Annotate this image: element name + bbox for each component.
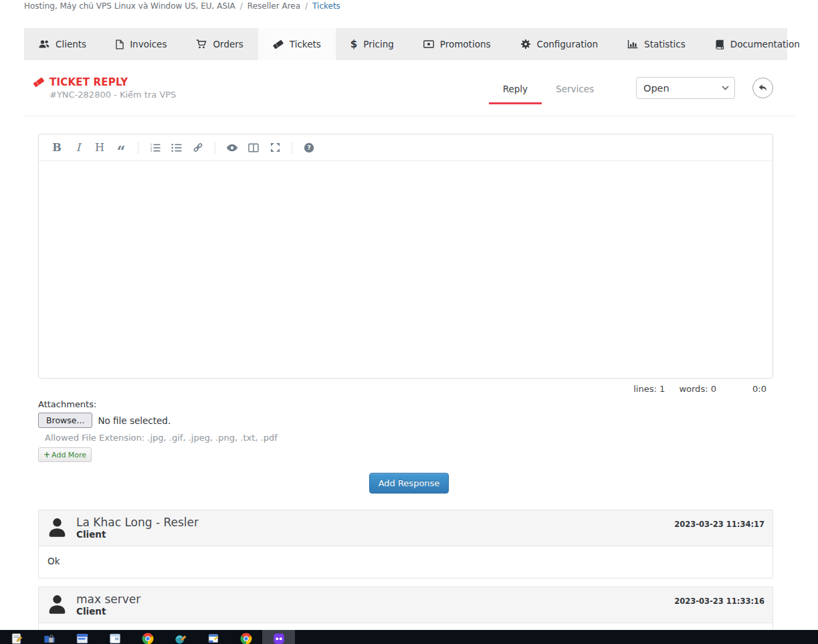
tab-clients[interactable]: Clients (24, 28, 101, 60)
reply-services-tabs: Reply Services (489, 81, 608, 104)
user-avatar-icon (47, 593, 68, 614)
breadcrumb-item-reseller-area[interactable]: Reseller Area (247, 1, 300, 11)
tab-invoices[interactable]: Invoices (101, 28, 181, 60)
file-icon (116, 39, 124, 49)
ticket-status-select[interactable]: Open (636, 77, 735, 99)
users-icon (39, 39, 49, 49)
preview-button[interactable] (222, 138, 242, 158)
tab-label: Pricing (363, 39, 394, 49)
book-icon (715, 39, 724, 49)
quote-button[interactable]: “ (111, 138, 131, 158)
breadcrumb-separator: / (240, 1, 243, 11)
breadcrumb-item-tickets[interactable]: Tickets (312, 1, 340, 11)
fullscreen-icon (270, 142, 280, 152)
ticket-title-block: TICKET REPLY #YNC-282800 - Kiểm tra VPS (33, 76, 176, 100)
add-more-button[interactable]: +Add More (38, 447, 92, 462)
taskbar-folder-lock[interactable] (33, 630, 66, 644)
tab-pricing[interactable]: $ Pricing (336, 28, 409, 60)
chrome-icon (142, 633, 154, 644)
ordered-list-icon: 123 (150, 143, 161, 152)
shortcut-window-icon (207, 633, 219, 644)
replies-list: La Khac Long - Resler Client 2023-03-23 … (38, 510, 773, 644)
cart-icon (196, 39, 207, 49)
taskbar-shortcut-window[interactable] (197, 630, 229, 644)
folder-lock-icon (43, 633, 56, 644)
back-reply-button[interactable] (752, 78, 773, 98)
bold-button[interactable]: B (47, 138, 67, 158)
app-window-icon (76, 633, 88, 644)
taskbar-chrome[interactable] (131, 630, 164, 644)
words-count: words: 0 (679, 384, 716, 394)
tab-tickets[interactable]: Tickets (258, 28, 336, 60)
tab-reply[interactable]: Reply (489, 81, 542, 104)
windows-taskbar (0, 630, 818, 644)
tab-promotions[interactable]: Promotions (409, 28, 506, 60)
taskbar-app-window-light[interactable] (98, 630, 131, 644)
breadcrumb: Hosting, Máy chủ VPS Linux và Window US,… (0, 0, 818, 28)
tab-label: Promotions (440, 39, 491, 49)
reply-timestamp: 2023-03-23 11:33:16 (674, 593, 764, 606)
notepad-icon (11, 633, 23, 644)
editor-toolbar: B I H “ 123 ? (39, 134, 773, 161)
reply-author: La Khac Long - Resler (76, 516, 199, 529)
reply-item: La Khac Long - Resler Client 2023-03-23 … (38, 510, 773, 578)
reply-textarea[interactable] (39, 161, 773, 378)
side-by-side-button[interactable] (243, 138, 264, 158)
taskbar-image-editor[interactable] (164, 630, 197, 644)
svg-text:3: 3 (150, 149, 152, 152)
lines-count: lines: 1 (633, 384, 665, 394)
purple-app-icon (273, 633, 285, 644)
toolbar-separator (215, 142, 215, 154)
tab-documentation[interactable]: Documentation (700, 28, 815, 60)
add-response-button[interactable]: Add Response (369, 473, 449, 494)
reply-header: max server Client 2023-03-23 11:33:16 (39, 587, 773, 623)
gears-icon (520, 39, 531, 49)
app-window-light-icon (109, 633, 121, 644)
reply-arrow-icon (757, 83, 769, 93)
help-icon: ? (304, 142, 314, 153)
attachments-section: Attachments: Browse... No file selected.… (38, 399, 818, 462)
link-button[interactable] (188, 138, 208, 158)
tab-configuration[interactable]: Configuration (506, 28, 613, 60)
reply-author: max server (76, 593, 140, 606)
fullscreen-button[interactable] (265, 138, 285, 158)
guide-button[interactable]: ? (299, 138, 319, 158)
globe-pencil-icon (175, 633, 187, 644)
taskbar-app-window[interactable] (66, 630, 98, 644)
allowed-extensions-text: Allowed File Extension: .jpg, .gif, .jpe… (45, 433, 818, 443)
columns-icon (248, 143, 259, 152)
link-icon (193, 142, 203, 152)
add-more-label: Add More (52, 451, 86, 459)
tab-label: Configuration (537, 39, 599, 49)
page-title: TICKET REPLY (49, 76, 128, 88)
svg-text:?: ? (307, 144, 311, 151)
reply-editor: B I H “ 123 ? (38, 134, 773, 379)
breadcrumb-item-catalog[interactable]: Hosting, Máy chủ VPS Linux và Window US,… (24, 1, 235, 11)
reply-timestamp: 2023-03-23 11:34:17 (674, 516, 764, 529)
ordered-list-button[interactable]: 123 (145, 138, 165, 158)
breadcrumb-separator: / (305, 1, 308, 11)
tab-label: Tickets (290, 39, 321, 49)
taskbar-notepad[interactable] (0, 630, 33, 644)
taskbar-chrome-2[interactable] (229, 630, 262, 644)
tab-statistics[interactable]: Statistics (613, 28, 700, 60)
unordered-list-button[interactable] (167, 138, 187, 158)
tab-label: Invoices (130, 39, 167, 49)
tab-label: Clients (56, 39, 86, 49)
cursor-position: 0:0 (752, 384, 766, 394)
dollar-icon: $ (350, 38, 357, 50)
toolbar-separator (292, 142, 292, 154)
tab-services[interactable]: Services (542, 81, 608, 104)
reply-role: Client (76, 529, 199, 540)
tab-orders[interactable]: Orders (181, 28, 258, 60)
taskbar-purple-app[interactable] (262, 630, 295, 644)
toolbar-separator (138, 142, 138, 154)
tab-label: Documentation (730, 39, 800, 49)
heading-button[interactable]: H (90, 138, 110, 158)
italic-button[interactable]: I (68, 138, 88, 158)
reply-role: Client (76, 606, 140, 617)
browse-button[interactable]: Browse... (38, 413, 92, 428)
user-avatar-icon (47, 516, 68, 537)
reply-body: Ok (39, 546, 773, 578)
plus-icon: + (43, 450, 50, 459)
